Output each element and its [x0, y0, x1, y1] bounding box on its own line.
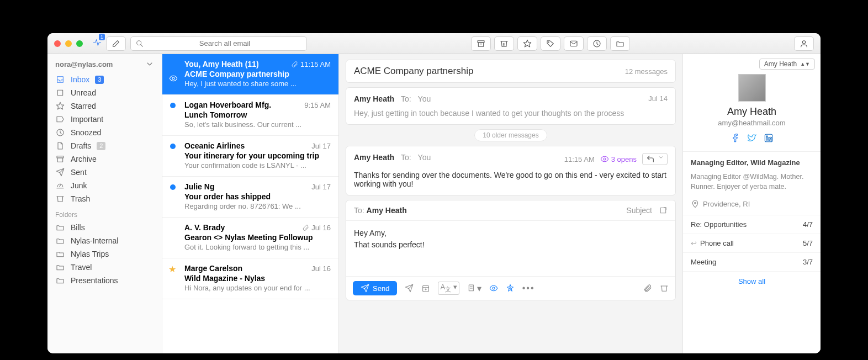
related-thread[interactable]: ↩Phone call5/7 [683, 234, 821, 253]
clock-icon [55, 128, 65, 137]
message-to-label: To: [401, 153, 411, 162]
linkedin-icon[interactable] [764, 134, 773, 145]
thread-from: Logan Hoverboard Mfg. [184, 100, 271, 109]
related-thread[interactable]: Meeting3/7 [683, 253, 821, 272]
file-icon [55, 141, 65, 150]
svg-point-9 [802, 40, 805, 43]
folder-icon [55, 236, 65, 245]
sidebar-item-drafts[interactable]: Drafts2 [47, 139, 162, 152]
minimize-window-button[interactable] [65, 40, 72, 47]
tag-icon [55, 115, 65, 124]
folder-label: Nylas-Internal [71, 236, 118, 245]
star-icon[interactable]: ★ [168, 264, 176, 274]
tracking-icon[interactable] [489, 284, 498, 293]
contact-email: amy@heathmail.com [683, 119, 821, 127]
thread-list[interactable]: You, Amy Heath (11)11:15 AMACME Company … [162, 54, 339, 353]
reminder-icon[interactable] [421, 284, 430, 293]
thread-item[interactable]: A. V. BradyJul 16Gearon <> Nylas Meeting… [162, 218, 338, 258]
svg-marker-5 [523, 40, 531, 47]
link-tracking-icon[interactable] [506, 284, 515, 293]
folder-item[interactable]: Bills [47, 221, 162, 234]
sidebar-item-trash[interactable]: Trash [47, 192, 162, 205]
facebook-icon[interactable] [731, 134, 740, 145]
account-button[interactable] [794, 36, 814, 51]
snooze-button[interactable] [587, 36, 607, 51]
move-button[interactable] [610, 36, 630, 51]
sidebar-item-label: Junk [71, 181, 87, 190]
thread-item[interactable]: Julie NgJul 17Your order has shippedRega… [162, 177, 338, 218]
send-later-icon[interactable] [405, 284, 414, 293]
compose-body[interactable]: Hey Amy, That sounds perfect! [346, 221, 675, 276]
sidebar-item-unread[interactable]: Unread [47, 86, 162, 99]
square-icon [55, 88, 65, 97]
message-collapsed[interactable]: Amy Heath To: You Jul 14 Hey, just getti… [346, 87, 676, 125]
attachment-icon[interactable] [643, 284, 652, 293]
compose-button[interactable] [106, 36, 126, 51]
sidebar-item-label: Starred [71, 102, 96, 110]
account-label[interactable]: nora@nylas.com [47, 60, 162, 73]
app-body: nora@nylas.com Inbox3UnreadStarredImport… [47, 54, 821, 353]
translate-icon[interactable]: A文 ▾ [438, 282, 459, 295]
contact-avatar [738, 74, 766, 102]
sidebar-item-archive[interactable]: Archive [47, 152, 162, 166]
contact-location: Providence, RI [691, 199, 813, 208]
thread-time: 9:15 AM [304, 100, 331, 109]
activity-icon[interactable]: 1 [93, 37, 102, 50]
folder-item[interactable]: Nylas Trips [47, 247, 162, 261]
search-input[interactable] [130, 36, 307, 51]
message-to-label: To: [401, 94, 411, 103]
reply-icon: ↩ [691, 239, 697, 247]
sidebar-item-important[interactable]: Important [47, 113, 162, 126]
folder-item[interactable]: Presentations [47, 274, 162, 287]
send-button[interactable]: Send [353, 281, 397, 295]
sidebar-item-sent[interactable]: Sent [47, 166, 162, 179]
close-window-button[interactable] [54, 40, 61, 47]
thread-from: Marge Carelson [184, 264, 242, 273]
sidebar-item-label: Sent [71, 168, 87, 177]
templates-icon[interactable]: ▾ [467, 283, 481, 294]
sidebar-item-junk[interactable]: Junk [47, 179, 162, 192]
star-button[interactable] [517, 36, 537, 51]
thread-time: 11:15 AM [291, 60, 331, 68]
thread-item[interactable]: Oceanic AirlinesJul 17Your itinerary for… [162, 136, 338, 177]
label-button[interactable] [541, 36, 560, 51]
sidebar-item-starred[interactable]: Starred [47, 99, 162, 113]
thread-subject: Your itinerary for your upcoming trip [184, 151, 331, 160]
thread-time: Jul 17 [311, 141, 331, 150]
contact-selector[interactable]: Amy Heath ▲▼ [759, 59, 815, 70]
folder-item[interactable]: Travel [47, 261, 162, 274]
reply-dropdown[interactable] [642, 153, 668, 165]
svg-rect-10 [57, 90, 62, 95]
twitter-icon[interactable] [748, 134, 756, 145]
titlebar: 1 [47, 33, 821, 54]
sidebar-item-snoozed[interactable]: Snoozed [47, 126, 162, 139]
show-all-link[interactable]: Show all [683, 272, 821, 291]
mark-unread-button[interactable] [564, 36, 584, 51]
thread-item[interactable]: ★Marge CarelsonJul 16Wild Magazine - Nyl… [162, 258, 338, 299]
thread-snippet: So, let's talk business. Our current ... [184, 120, 331, 129]
related-count: 4/7 [803, 220, 813, 229]
compose-subject[interactable]: Subject [626, 206, 652, 215]
zoom-window-button[interactable] [76, 40, 83, 47]
folder-icon [55, 250, 65, 258]
svg-point-36 [766, 136, 768, 137]
sidebar-item-label: Archive [71, 155, 97, 163]
older-messages-bar[interactable]: 10 older messages [346, 129, 676, 141]
sidebar-item-inbox[interactable]: Inbox3 [47, 73, 162, 86]
contact-bio: Managing Editor @WildMag. Mother. Runner… [691, 172, 813, 192]
search-field[interactable] [147, 39, 302, 47]
contact-name: Amy Heath [683, 106, 821, 118]
related-thread[interactable]: Re: Opportunities4/7 [683, 215, 821, 234]
compose-to[interactable]: To: Amy Heath [354, 206, 407, 215]
archive-button[interactable] [471, 36, 491, 51]
open-tracking[interactable]: 3 opens [600, 155, 637, 163]
toolbar-actions [471, 36, 630, 51]
trash-button[interactable] [494, 36, 514, 51]
discard-icon[interactable] [660, 284, 669, 293]
thread-item[interactable]: Logan Hoverboard Mfg.9:15 AMLunch Tomorr… [162, 95, 338, 136]
thread-from: You, Amy Heath (11) [184, 60, 259, 68]
thread-item[interactable]: You, Amy Heath (11)11:15 AMACME Company … [162, 54, 338, 95]
more-icon[interactable]: ••• [522, 283, 535, 293]
folder-item[interactable]: Nylas-Internal [47, 234, 162, 247]
popout-icon[interactable] [659, 206, 668, 215]
